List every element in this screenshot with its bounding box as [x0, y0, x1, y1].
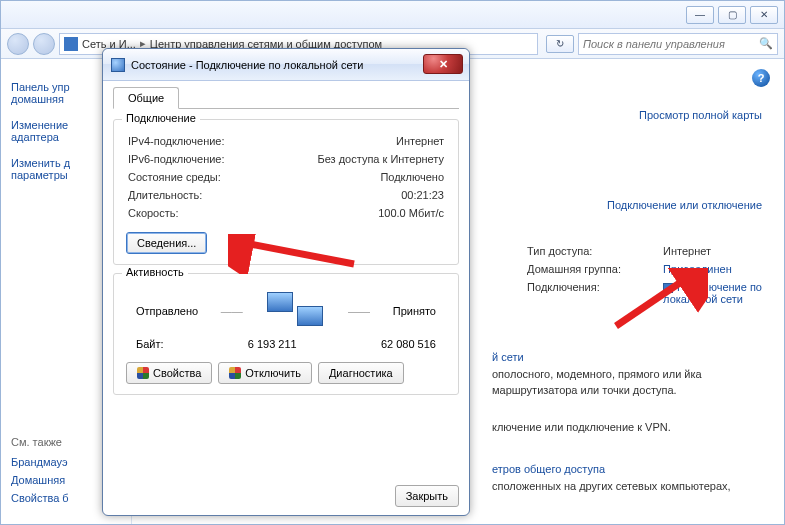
dialog-title: Состояние - Подключение по локальной сет… [131, 59, 363, 71]
val-ipv4: Интернет [396, 135, 444, 147]
tab-general[interactable]: Общие [113, 87, 179, 109]
link-homegroup-joined[interactable]: Присоединен [663, 263, 732, 275]
shield-icon [137, 367, 149, 379]
sent-label: Отправлено [136, 305, 198, 317]
sharing-options-link[interactable]: етров общего доступа [492, 461, 752, 478]
dialog-titlebar[interactable]: Состояние - Подключение по локальной сет… [103, 49, 469, 81]
back-button[interactable] [7, 33, 29, 55]
maximize-button[interactable]: ▢ [718, 6, 746, 24]
shield-icon [229, 367, 241, 379]
link-firewall[interactable]: Брандмауэ [11, 456, 69, 468]
close-button[interactable]: Закрыть [395, 485, 459, 507]
group-activity-label: Активность [122, 266, 188, 278]
lbl-ipv6: IPv6-подключение: [128, 153, 225, 165]
see-also: См. также Брандмауэ Домашняя Свойства б [11, 436, 69, 510]
bytes-sent: 6 193 211 [248, 338, 297, 350]
activity-icon [265, 292, 325, 330]
lbl-media-state: Состояние среды: [128, 171, 221, 183]
group-activity: Активность Отправлено —— —— Принято Байт… [113, 273, 459, 395]
status-dialog: Состояние - Подключение по локальной сет… [102, 48, 470, 516]
lbl-connections: Подключения: [527, 281, 645, 305]
lbl-ipv4: IPv4-подключение: [128, 135, 225, 147]
details-button[interactable]: Сведения... [126, 232, 207, 254]
network-icon [663, 283, 673, 293]
diagnose-button[interactable]: Диагностика [318, 362, 404, 384]
control-panel-icon [64, 37, 78, 51]
dialog-close-button[interactable]: ✕ [423, 54, 463, 74]
val-media-state: Подключено [380, 171, 444, 183]
refresh-button[interactable]: ↻ [546, 35, 574, 53]
partial-text: й сети ополосного, модемного, прямого ил… [492, 349, 752, 494]
val-ipv6: Без доступа к Интернету [317, 153, 444, 165]
val-access-type: Интернет [663, 245, 711, 257]
link-internet-options[interactable]: Свойства б [11, 492, 69, 504]
lbl-speed: Скорость: [128, 207, 179, 219]
disable-button[interactable]: Отключить [218, 362, 312, 384]
titlebar: — ▢ ✕ [1, 1, 784, 29]
lbl-duration: Длительность: [128, 189, 202, 201]
search-field[interactable] [579, 38, 755, 50]
bytes-label: Байт: [136, 338, 164, 350]
group-connection: Подключение IPv4-подключение:Интернет IP… [113, 119, 459, 265]
lbl-homegroup: Домашняя группа: [527, 263, 645, 275]
val-speed: 100.0 Мбит/с [378, 207, 444, 219]
val-duration: 00:21:23 [401, 189, 444, 201]
forward-button[interactable] [33, 33, 55, 55]
close-button[interactable]: ✕ [750, 6, 778, 24]
setup-new-connection-link[interactable]: й сети [492, 349, 752, 366]
help-icon[interactable]: ? [752, 69, 770, 87]
bytes-received: 62 080 516 [381, 338, 436, 350]
network-status-icon [111, 58, 125, 72]
group-connection-label: Подключение [122, 112, 200, 124]
search-icon: 🔍 [759, 37, 773, 50]
properties-button[interactable]: Свойства [126, 362, 212, 384]
search-input[interactable]: 🔍 [578, 33, 778, 55]
minimize-button[interactable]: — [686, 6, 714, 24]
link-homegroup[interactable]: Домашняя [11, 474, 69, 486]
link-lan-connection[interactable]: Подключение полокальной сети [663, 281, 762, 305]
connection-details: Тип доступа:Интернет Домашняя группа:При… [527, 245, 762, 311]
internet-label: Интернет [420, 152, 762, 164]
see-also-header: См. также [11, 436, 69, 448]
lbl-access-type: Тип доступа: [527, 245, 645, 257]
link-connect-disconnect[interactable]: Подключение или отключение [607, 199, 762, 211]
link-view-map[interactable]: Просмотр полной карты [639, 109, 762, 121]
received-label: Принято [393, 305, 436, 317]
